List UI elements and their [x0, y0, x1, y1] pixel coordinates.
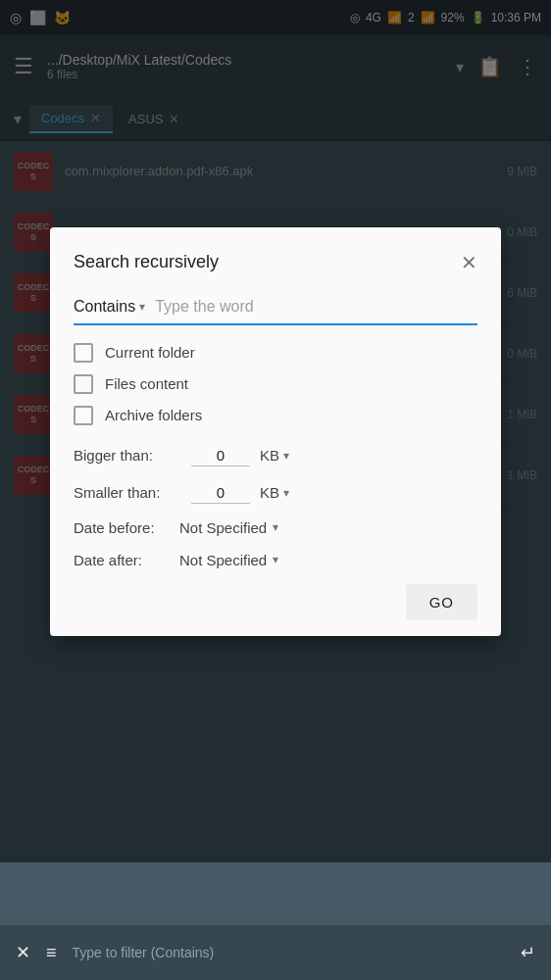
dialog-close-button[interactable]: ✕ [461, 251, 477, 274]
bigger-than-label: Bigger than: [74, 447, 181, 464]
bottom-menu-icon[interactable]: ≡ [46, 943, 57, 963]
date-before-value[interactable]: Not Specified ▾ [179, 519, 278, 536]
checkbox-archive-folders-box [74, 406, 93, 425]
search-input[interactable] [155, 294, 477, 319]
bottom-arrow-icon[interactable]: ↵ [521, 942, 535, 963]
dialog-header: Search recursively ✕ [74, 251, 477, 274]
smaller-than-unit-arrow: ▾ [283, 486, 289, 500]
checkbox-current-folder-label: Current folder [105, 344, 195, 361]
bigger-than-unit[interactable]: KB ▾ [260, 447, 289, 464]
smaller-than-unit[interactable]: KB ▾ [260, 484, 289, 501]
contains-dropdown-icon: ▾ [139, 300, 145, 314]
contains-label[interactable]: Contains ▾ [74, 298, 145, 319]
date-after-value[interactable]: Not Specified ▾ [179, 552, 278, 568]
smaller-than-row: Smaller than: KB ▾ [74, 482, 477, 504]
search-dialog: Search recursively ✕ Contains ▾ Current … [50, 227, 501, 636]
date-after-text: Not Specified [179, 552, 267, 568]
contains-text: Contains [74, 298, 135, 316]
smaller-than-input[interactable] [191, 482, 250, 504]
bottom-filter-label[interactable]: Type to filter (Contains) [73, 945, 505, 960]
checkbox-archive-folders-label: Archive folders [105, 407, 202, 423]
dialog-overlay: Search recursively ✕ Contains ▾ Current … [0, 0, 551, 862]
date-before-text: Not Specified [179, 519, 267, 536]
search-row: Contains ▾ [74, 294, 477, 325]
checkbox-current-folder[interactable]: Current folder [74, 343, 477, 363]
date-after-arrow: ▾ [273, 553, 278, 566]
checkbox-group: Current folder Files content Archive fol… [74, 343, 477, 425]
smaller-than-label: Smaller than: [74, 484, 181, 501]
checkbox-files-content-box [74, 374, 93, 394]
go-button[interactable]: GO [406, 584, 477, 620]
date-after-label: Date after: [74, 552, 172, 568]
bottom-bar: ✕ ≡ Type to filter (Contains) ↵ [0, 925, 551, 980]
date-before-label: Date before: [74, 519, 172, 536]
checkbox-archive-folders[interactable]: Archive folders [74, 406, 477, 425]
checkbox-current-folder-box [74, 343, 93, 363]
dialog-footer: GO [74, 584, 477, 620]
checkbox-files-content-label: Files content [105, 375, 188, 392]
date-before-arrow: ▾ [273, 520, 278, 534]
date-before-row: Date before: Not Specified ▾ [74, 519, 477, 536]
bottom-close-icon[interactable]: ✕ [16, 942, 30, 963]
bigger-than-unit-arrow: ▾ [283, 449, 289, 463]
bigger-than-row: Bigger than: KB ▾ [74, 445, 477, 466]
smaller-than-unit-label: KB [260, 484, 279, 501]
bigger-than-unit-label: KB [260, 447, 279, 464]
checkbox-files-content[interactable]: Files content [74, 374, 477, 394]
date-after-row: Date after: Not Specified ▾ [74, 552, 477, 568]
dialog-title: Search recursively [74, 252, 219, 272]
bigger-than-input[interactable] [191, 445, 250, 466]
